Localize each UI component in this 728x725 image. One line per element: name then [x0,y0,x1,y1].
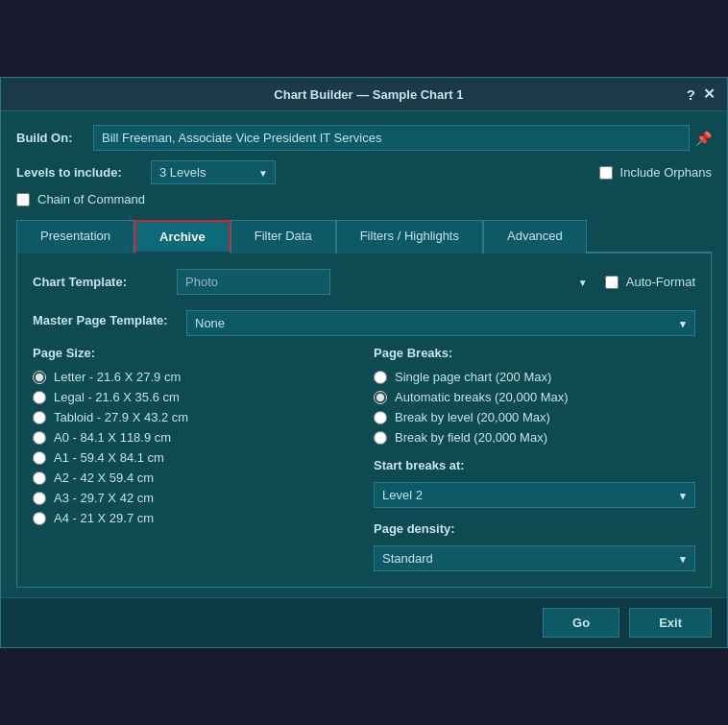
master-page-template-wrapper: None Template 1 Template 2 ▼ [186,310,695,336]
page-size-letter-radio[interactable] [33,371,46,384]
auto-format-label[interactable]: Auto-Format [626,275,695,289]
page-breaks-auto-radio[interactable] [374,391,387,404]
page-breaks-title: Page Breaks: [374,346,695,360]
chart-template-select-wrapper: Photo Classic Modern [177,269,595,295]
build-on-input[interactable] [93,125,690,151]
page-size-tabloid-label: Tabloid - 27.9 X 43.2 cm [54,410,188,424]
levels-select-wrapper: 3 Levels 1 Level 2 Levels 4 Levels 5 Lev… [151,160,276,184]
page-size-letter-label: Letter - 21.6 X 27.9 cm [54,370,181,384]
page-breaks-auto-label: Automatic breaks (20,000 Max) [395,390,569,404]
exit-button[interactable]: Exit [629,608,712,638]
list-item: Automatic breaks (20,000 Max) [374,390,695,404]
build-on-row: Build On: 📌 [16,125,712,151]
dialog-body: Build On: 📌 Levels to include: 3 Levels … [1,111,727,597]
page-size-radio-group: Letter - 21.6 X 27.9 cm Legal - 21.6 X 3… [33,370,354,525]
list-item: A3 - 29.7 X 42 cm [33,491,354,505]
page-breaks-level-label: Break by level (20,000 Max) [395,410,550,424]
page-breaks-level-radio[interactable] [374,411,387,424]
page-size-a4-label: A4 - 21 X 29.7 cm [54,511,154,525]
page-density-select[interactable]: Standard Compact Expanded [374,545,695,571]
options-row: Levels to include: 3 Levels 1 Level 2 Le… [16,160,712,184]
list-item: Break by level (20,000 Max) [374,410,695,424]
page-size-legal-radio[interactable] [33,391,46,404]
go-button[interactable]: Go [543,608,619,638]
build-on-label: Build On: [16,131,93,145]
list-item: A4 - 21 X 29.7 cm [33,511,354,525]
page-breaks-single-radio[interactable] [374,371,387,384]
list-item: Break by field (20,000 Max) [374,430,695,445]
chain-row: Chain of Command [16,192,712,206]
start-breaks-select-wrapper: Level 1 Level 2 Level 3 Level 4 ▼ [374,482,695,508]
page-size-a2-label: A2 - 42 X 59.4 cm [54,471,154,485]
title-bar-controls: ? ✕ [687,85,716,103]
dialog-title: Chart Builder — Sample Chart 1 [51,87,687,102]
page-breaks-single-label: Single page chart (200 Max) [395,370,551,384]
start-breaks-select[interactable]: Level 1 Level 2 Level 3 Level 4 [374,482,695,508]
tab-advanced[interactable]: Advanced [483,220,587,254]
page-size-legal-label: Legal - 21.6 X 35.6 cm [54,390,180,404]
levels-select[interactable]: 3 Levels 1 Level 2 Levels 4 Levels 5 Lev… [151,160,276,184]
page-size-a4-radio[interactable] [33,512,46,525]
right-col: Page Breaks: Single page chart (200 Max)… [374,346,695,571]
list-item: A1 - 59.4 X 84.1 cm [33,450,354,465]
page-size-a3-label: A3 - 29.7 X 42 cm [54,491,154,505]
page-size-a2-radio[interactable] [33,471,46,485]
chart-template-row: Chart Template: Photo Classic Modern Aut… [33,269,695,295]
chain-of-command-checkbox[interactable] [16,193,30,206]
list-item: A2 - 42 X 59.4 cm [33,471,354,485]
chain-of-command-label[interactable]: Chain of Command [37,192,145,206]
tab-filter-data[interactable]: Filter Data [231,220,336,254]
page-density-select-wrapper: Standard Compact Expanded ▼ [374,545,695,571]
page-size-title: Page Size: [33,346,354,360]
list-item: Tabloid - 27.9 X 43.2 cm [33,410,354,424]
page-density-section: Page density: Standard Compact Expanded … [374,521,695,571]
chart-builder-dialog: Chart Builder — Sample Chart 1 ? ✕ Build… [0,77,728,648]
page-size-a1-label: A1 - 59.4 X 84.1 cm [54,450,164,465]
pin-icon[interactable]: 📌 [695,131,712,146]
tab-bar: Presentation Archive Filter Data Filters… [16,218,712,254]
master-page-template-row: Master Page Template: None Template 1 Te… [33,304,695,336]
two-col-content: Page Size: Letter - 21.6 X 27.9 cm Legal… [33,346,695,571]
include-orphans-label[interactable]: Include Orphans [620,165,712,180]
list-item: Legal - 21.6 X 35.6 cm [33,390,354,404]
chart-template-label: Chart Template: [33,275,167,289]
auto-format-row: Auto-Format [605,275,695,289]
tab-filters-highlights[interactable]: Filters / Highlights [336,220,483,254]
auto-format-checkbox[interactable] [605,276,619,289]
help-button[interactable]: ? [687,86,695,103]
start-breaks-title: Start breaks at: [374,458,695,472]
page-breaks-field-label: Break by field (20,000 Max) [395,430,547,445]
page-size-a0-label: A0 - 84.1 X 118.9 cm [54,430,171,445]
include-orphans-checkbox[interactable] [599,166,613,180]
page-breaks-field-radio[interactable] [374,431,387,445]
list-item: Single page chart (200 Max) [374,370,695,384]
page-density-title: Page density: [374,521,695,536]
page-size-a3-radio[interactable] [33,492,46,505]
tab-presentation[interactable]: Presentation [16,220,134,254]
chart-template-select[interactable]: Photo Classic Modern [177,269,330,295]
page-size-tabloid-radio[interactable] [33,411,46,424]
page-size-section: Page Size: Letter - 21.6 X 27.9 cm Legal… [33,346,354,571]
close-button[interactable]: ✕ [703,85,716,103]
master-page-template-select[interactable]: None Template 1 Template 2 [186,310,695,336]
list-item: Letter - 21.6 X 27.9 cm [33,370,354,384]
list-item: A0 - 84.1 X 118.9 cm [33,430,354,445]
title-bar: Chart Builder — Sample Chart 1 ? ✕ [1,78,727,111]
start-breaks-section: Start breaks at: Level 1 Level 2 Level 3… [374,458,695,508]
dialog-footer: Go Exit [1,597,727,647]
orphans-row: Include Orphans [599,165,712,180]
page-size-a1-radio[interactable] [33,451,46,465]
tab-content: Chart Template: Photo Classic Modern Aut… [16,254,712,588]
page-breaks-radio-group: Single page chart (200 Max) Automatic br… [374,370,695,445]
levels-label: Levels to include: [16,165,132,180]
page-size-a0-radio[interactable] [33,431,46,445]
master-page-template-label: Master Page Template: [33,313,186,327]
tab-archive[interactable]: Archive [134,220,231,254]
